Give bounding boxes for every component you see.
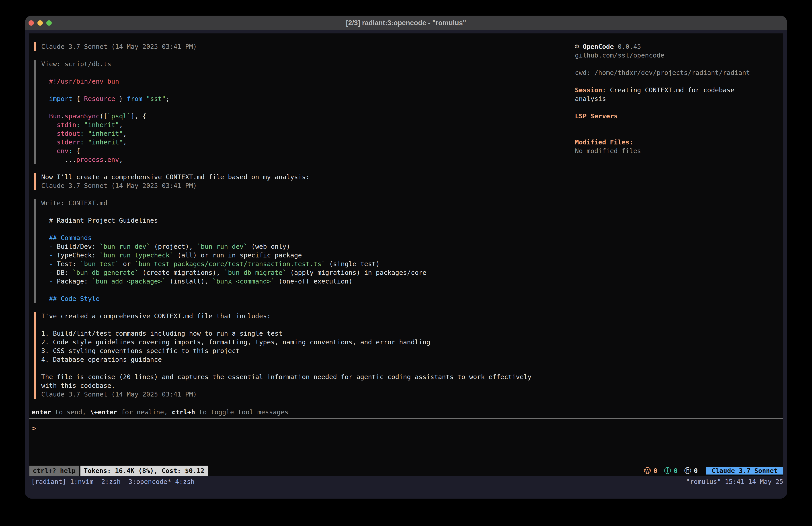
prompt-icon: > <box>32 424 36 432</box>
message-input[interactable]: > <box>32 423 36 433</box>
terminal-line <box>41 68 570 77</box>
terminal-line: I've created a comprehensive CONTEXT.md … <box>41 312 570 321</box>
info-count: 0 <box>673 467 678 474</box>
status-bar: ctrl+? help Tokens: 16.4K (8%), Cost: $0… <box>29 466 783 476</box>
terminal-line: env: { <box>41 147 570 155</box>
terminal-line <box>41 225 570 233</box>
tmux-status-bar: [radiant] 1:nvim 2:zsh- 3:opencode* 4:zs… <box>25 476 787 499</box>
terminal-line: The file is concise (20 lines) and captu… <box>41 373 570 381</box>
terminal-line <box>575 120 775 129</box>
terminal-line: Claude 3.7 Sonnet (14 May 2025 03:41 PM) <box>41 182 570 190</box>
terminal-line: github.com/sst/opencode <box>575 51 775 60</box>
diagnostic-info: ⓘ0 <box>664 466 678 475</box>
terminal-line: © OpenCode 0.0.45 <box>575 42 775 51</box>
terminal-line <box>41 286 570 295</box>
terminal-line: # Radiant Project Guidelines <box>41 216 570 225</box>
terminal-line: - Package: `bun add <package>` (install)… <box>41 277 570 286</box>
hints-count: 0 <box>694 467 698 474</box>
terminal-line: analysis <box>575 95 775 103</box>
terminal-line: - Build/Dev: `bun run dev` (project), `b… <box>41 242 570 251</box>
sidebar: © OpenCode 0.0.45github.com/sst/opencode… <box>575 42 775 155</box>
warnings-icon: Ⓦ <box>644 466 651 475</box>
terminal-line: 2. Code style guidelines covering import… <box>41 338 570 346</box>
help-hint-badge: ctrl+? help <box>29 466 79 476</box>
minimize-button[interactable] <box>38 20 43 26</box>
terminal-line <box>575 60 775 68</box>
tmux-host-time: "romulus" 15:41 14-May-25 <box>686 477 783 486</box>
terminal-line: Session: Creating CONTEXT.md for codebas… <box>575 86 775 95</box>
message-block: Now I'll create a comprehensive CONTEXT.… <box>34 173 570 190</box>
terminal-line <box>41 364 570 373</box>
terminal-line: stdout: "inherit", <box>41 129 570 138</box>
terminal-line: Write: CONTEXT.md <box>41 199 570 208</box>
terminal-line: ## Code Style <box>41 295 570 303</box>
terminal-line: 4. Database operations guidance <box>41 355 570 364</box>
terminal-line: 1. Build/lint/test commands including ho… <box>41 329 570 338</box>
sidebar-lines: © OpenCode 0.0.45github.com/sst/opencode… <box>575 42 775 155</box>
terminal-line <box>575 129 775 138</box>
terminal-line: - DB: `bun db generate` (create migratio… <box>41 268 570 277</box>
tmux-session-windows[interactable]: [radiant] 1:nvim 2:zsh- 3:opencode* 4:zs… <box>31 477 194 486</box>
input-separator <box>29 418 783 419</box>
terminal-line: View: script/db.ts <box>41 60 570 68</box>
title-bar: [2/3] radiant:3:opencode - "romulus" <box>25 16 787 30</box>
terminal-line: Claude 3.7 Sonnet (14 May 2025 03:41 PM) <box>41 42 570 51</box>
terminal-line: Modified Files: <box>575 138 775 147</box>
terminal-line <box>41 321 570 329</box>
diagnostic-warnings: Ⓦ0 <box>644 466 657 475</box>
window-title: [2/3] radiant:3:opencode - "romulus" <box>346 19 466 27</box>
terminal-line: Bun.spawnSync([`psql`], { <box>41 112 570 120</box>
terminal-line: #!/usr/bin/env bun <box>41 77 570 86</box>
terminal-line <box>575 77 775 86</box>
terminal-content: Claude 3.7 Sonnet (14 May 2025 03:41 PM)… <box>29 33 783 476</box>
terminal-line: - Test: `bun test` or `bun test packages… <box>41 260 570 268</box>
diagnostics: Ⓦ0ⓘ0ⓗ0 <box>644 466 698 475</box>
zoom-button[interactable] <box>46 20 52 26</box>
terminal-line: with this codebase. <box>41 381 570 390</box>
diagnostic-hints: ⓗ0 <box>684 466 698 475</box>
terminal-line: No modified files <box>575 147 775 155</box>
traffic-lights <box>29 16 52 30</box>
terminal-window: [2/3] radiant:3:opencode - "romulus" Cla… <box>25 16 787 499</box>
chat-log: Claude 3.7 Sonnet (14 May 2025 03:41 PM)… <box>29 42 570 408</box>
terminal-line <box>41 208 570 216</box>
hints-icon: ⓗ <box>684 466 691 475</box>
message-block: Write: CONTEXT.md # Radiant Project Guid… <box>34 199 570 303</box>
message-block: I've created a comprehensive CONTEXT.md … <box>34 312 570 399</box>
terminal-line: cwd: /home/thdxr/dev/projects/radiant/ra… <box>575 68 775 77</box>
terminal-line <box>575 103 775 112</box>
close-button[interactable] <box>29 20 34 26</box>
model-badge: Claude 3.7 Sonnet <box>706 467 783 474</box>
terminal-line: stderr: "inherit", <box>41 138 570 147</box>
warnings-count: 0 <box>654 467 657 474</box>
terminal-line: LSP Servers <box>575 112 775 120</box>
status-bar-right: Ⓦ0ⓘ0ⓗ0 Claude 3.7 Sonnet <box>644 466 783 476</box>
terminal-line: - TypeCheck: `bun run typecheck` (all) o… <box>41 251 570 260</box>
message-block: View: script/db.ts #!/usr/bin/env bun im… <box>34 60 570 164</box>
terminal-line <box>41 103 570 112</box>
terminal-line <box>41 86 570 95</box>
terminal-line: stdin: "inherit", <box>41 120 570 129</box>
token-usage-badge: Tokens: 16.4K (8%), Cost: $0.12 <box>81 466 208 476</box>
terminal-line: 3. CSS styling conventions specific to t… <box>41 346 570 355</box>
terminal-line: Claude 3.7 Sonnet (14 May 2025 03:41 PM) <box>41 390 570 399</box>
info-icon: ⓘ <box>664 466 671 475</box>
terminal-line: Now I'll create a comprehensive CONTEXT.… <box>41 173 570 182</box>
message-block: Claude 3.7 Sonnet (14 May 2025 03:41 PM) <box>34 42 570 51</box>
terminal-line: import { Resource } from "sst"; <box>41 95 570 103</box>
help-bar: enter to send, \+enter for newline, ctrl… <box>32 408 288 416</box>
terminal-line: ...process.env, <box>41 155 570 164</box>
terminal-line: ## Commands <box>41 233 570 242</box>
